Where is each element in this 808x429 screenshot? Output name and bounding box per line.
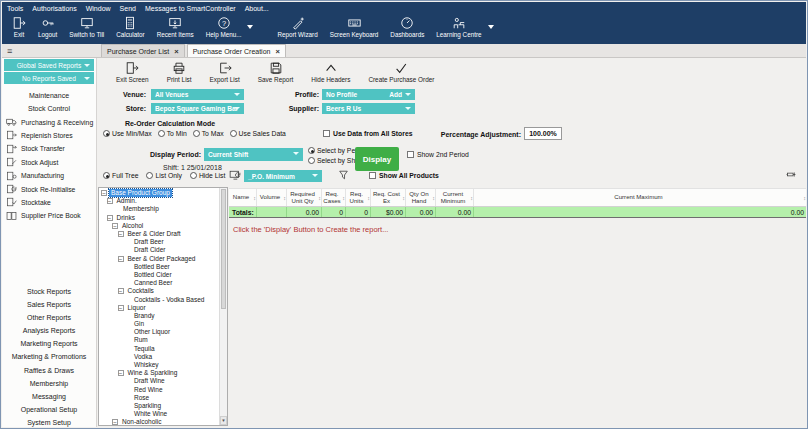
scrollbar-down-arrow[interactable]: ▼ (220, 416, 227, 425)
toolbar-button-screen-keyboard[interactable]: Screen Keyboard (330, 16, 379, 38)
column-header-req-cases[interactable]: Req. Cases↕ (322, 189, 346, 206)
hamburger-icon[interactable]: ≡ (2, 45, 101, 57)
tree-item-rum[interactable]: Rum (99, 336, 227, 344)
expand-icon[interactable]: − (112, 223, 118, 229)
expand-icon[interactable]: − (118, 305, 124, 311)
store-select[interactable]: Bepoz Square Gaming Bar (151, 103, 244, 114)
tree-item-draft-beer[interactable]: Draft Beer (99, 238, 227, 246)
menu-item-window[interactable]: Window (86, 5, 111, 12)
sidebar-header-raffles-draws[interactable]: Raffles & Draws (2, 364, 96, 377)
percentage-adjustment-input[interactable] (524, 127, 562, 140)
toolbar-button-exit[interactable]: Exit (12, 16, 26, 38)
expand-icon[interactable]: − (101, 190, 107, 196)
sidebar-item-replenish-stores[interactable]: Replenish Stores (2, 129, 96, 142)
sidebar-header-stock-reports[interactable]: Stock Reports (2, 285, 96, 298)
toolbar-button-dashboards[interactable]: Dashboards (390, 16, 424, 38)
tree-item-red-wine[interactable]: Red Wine (99, 386, 227, 394)
tree-item-draft-cider[interactable]: Draft Cider (99, 246, 227, 254)
menu-item-about[interactable]: About... (245, 5, 269, 12)
column-header-req-cost-ex[interactable]: Req. Cost Ex↕ (371, 189, 406, 206)
sidebar-item-purchasing-receiving[interactable]: Purchasing & Receiving (2, 115, 96, 128)
chevron-down-icon[interactable] (247, 25, 253, 29)
tree-item-tequila[interactable]: Tequila (99, 345, 227, 353)
tree-item-bottled-beer[interactable]: Bottled Beer (99, 263, 227, 271)
sidebar-item-stocktake[interactable]: Stocktake (2, 196, 96, 209)
tree-item-wine-sparkling[interactable]: −Wine & Sparkling (99, 369, 227, 377)
column-header-current-minimum[interactable]: Current Minimum↕ (436, 189, 474, 206)
tree-item-base-product-group[interactable]: −Base Product Group (99, 189, 227, 197)
tree-item-gin[interactable]: Gin (99, 320, 227, 328)
tree-item-membership[interactable]: Membership (99, 205, 227, 213)
tree-item-bottled-cider[interactable]: Bottled Cider (99, 271, 227, 279)
column-header-current-maximum[interactable]: Current Maximum↕ (474, 189, 806, 206)
expand-icon[interactable]: − (107, 215, 113, 221)
tree-item-vodka[interactable]: Vodka (99, 353, 227, 361)
display-period-select[interactable]: Current Shift (204, 148, 303, 161)
sidebar-header-operational-setup[interactable]: Operational Setup (2, 403, 96, 416)
reorder-option-use-min-max[interactable]: Use Min/Max (103, 130, 152, 137)
sidebar-header-sales-reports[interactable]: Sales Reports (2, 298, 96, 311)
toolbar-button-recent-items[interactable]: Recent Items (157, 16, 194, 38)
action-button-export-list[interactable]: Export List (210, 60, 240, 88)
action-button-save-report[interactable]: Save Report (258, 60, 294, 88)
column-header-qty-on-hand[interactable]: Qty On Hand↕ (406, 189, 436, 206)
menu-item-authorisations[interactable]: Authorisations (32, 5, 76, 12)
display-button[interactable]: Display (355, 147, 399, 171)
toolbar-button-logout[interactable]: Logout (38, 16, 57, 38)
tree-item-cocktails-vodka-based[interactable]: Cocktails - Vodka Based (99, 295, 227, 303)
toolbar-button-help-menu[interactable]: ?Help Menu... (206, 16, 242, 38)
sidebar-header-system-setup[interactable]: System Setup (2, 416, 96, 427)
tree-item-non-alcoholic[interactable]: −Non-alcoholic (99, 418, 227, 426)
column-header-required-unit-qty[interactable]: Required Unit Qty↕ (287, 189, 322, 206)
sidebar-header-messaging[interactable]: Messaging (2, 390, 96, 403)
tree-view-option-list-only[interactable]: List Only (146, 172, 181, 179)
expand-icon[interactable]: − (107, 198, 113, 204)
toolbar-button-calculator[interactable]: Calculator (116, 16, 144, 38)
sidebar-item-stock-adjust[interactable]: Stock Adjust (2, 156, 96, 169)
column-header-req-units[interactable]: Req. Units↕ (346, 189, 371, 206)
pin-icon[interactable] (785, 169, 797, 180)
tree-item-cocktails[interactable]: −Cocktails (99, 287, 227, 295)
tree-item-white-wine[interactable]: White Wine (99, 410, 227, 418)
action-button-hide-headers[interactable]: Hide Headers (311, 60, 350, 88)
po-minimum-select[interactable]: _P.O. Minimum (244, 170, 322, 182)
show-all-products-checkbox[interactable]: Show All Products (369, 172, 439, 179)
menu-item-tools[interactable]: Tools (7, 5, 23, 12)
tree-item-brandy[interactable]: Brandy (99, 312, 227, 320)
expand-icon[interactable]: − (118, 370, 124, 376)
menu-item-send[interactable]: Send (120, 5, 136, 12)
action-button-print-list[interactable]: Print List (167, 60, 192, 88)
sidebar-item-manufacturing[interactable]: Manufacturing (2, 169, 96, 182)
tree-view-option-full-tree[interactable]: Full Tree (103, 172, 138, 179)
column-header-volume[interactable]: Volume↕ (257, 189, 287, 206)
sidebar-item-stock-transfer[interactable]: Stock Transfer (2, 142, 96, 155)
supplier-select[interactable]: Beers R Us (322, 103, 415, 114)
toolbar-button-switch-to-till[interactable]: Switch to Till (69, 16, 104, 38)
sidebar-header-membership[interactable]: Membership (2, 377, 96, 390)
close-icon[interactable]: × (275, 47, 279, 56)
sidebar-item-supplier-price-book[interactable]: Supplier Price Book (2, 209, 96, 222)
show-2nd-period-checkbox[interactable]: Show 2nd Period (407, 151, 469, 158)
tree-item-draft-wine[interactable]: Draft Wine (99, 377, 227, 385)
expand-icon[interactable]: − (112, 419, 118, 425)
reorder-option-to-min[interactable]: To Min (158, 130, 187, 137)
tree-scrollbar[interactable]: ▼ (219, 188, 227, 425)
toolbar-button-report-wizard[interactable]: Report Wizard (277, 16, 317, 38)
profile-select[interactable]: No Profile Add (322, 89, 415, 100)
reorder-option-to-max[interactable]: To Max (193, 130, 224, 137)
tree-item-drinks[interactable]: −Drinks (99, 214, 227, 222)
expand-icon[interactable]: − (118, 231, 124, 237)
column-header-name[interactable]: Name↕ (229, 189, 257, 206)
tree-item-canned-beer[interactable]: Canned Beer (99, 279, 227, 287)
tree-item-beer-cider-draft[interactable]: −Beer & Cider Draft (99, 230, 227, 238)
profile-add-button[interactable]: Add (389, 91, 402, 98)
tree-view-option-hide-list[interactable]: Hide List (190, 172, 225, 179)
sidebar-item-stock-re-initialise[interactable]: Stock Re-Initialise (2, 182, 96, 195)
tree-item-whiskey[interactable]: Whiskey (99, 361, 227, 369)
tab-purchase-order-list[interactable]: Purchase Order List × (101, 44, 185, 57)
tree-item-rose[interactable]: Rose (99, 394, 227, 402)
tree-item-other-liquor[interactable]: Other Liquor (99, 328, 227, 336)
action-button-create-purchase-order[interactable]: Create Purchase Order (368, 60, 434, 88)
global-saved-reports-dropdown[interactable]: Global Saved Reports (4, 59, 94, 71)
screen-refresh-icon[interactable] (229, 169, 241, 181)
